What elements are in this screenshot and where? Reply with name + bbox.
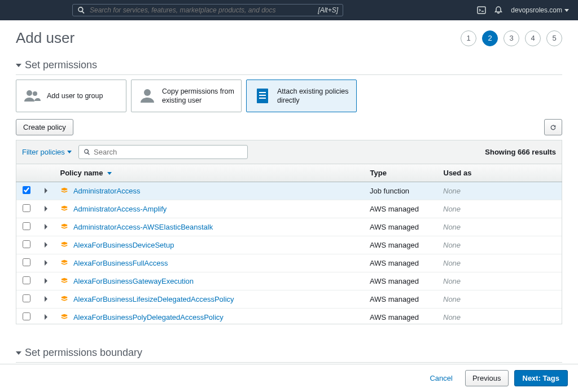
policy-name-link[interactable]: AdministratorAccess-Amplify bbox=[73, 205, 167, 213]
account-username: devopsroles.com bbox=[511, 6, 562, 14]
svg-point-2 bbox=[33, 91, 37, 96]
expand-row-icon[interactable] bbox=[45, 224, 47, 230]
policy-used-as: None bbox=[443, 241, 461, 249]
tile-attach-policies[interactable]: Attach existing policies directly bbox=[246, 80, 357, 112]
policy-type: AWS managed bbox=[364, 254, 437, 272]
policy-name-link[interactable]: AlexaForBusinessGatewayExecution bbox=[73, 277, 194, 285]
previous-button[interactable]: Previous bbox=[465, 370, 509, 386]
group-icon bbox=[23, 87, 41, 105]
policy-name-link[interactable]: AdministratorAccess bbox=[73, 187, 140, 195]
cloudshell-icon[interactable] bbox=[477, 6, 486, 15]
policy-checkbox[interactable] bbox=[23, 258, 30, 266]
policy-type: Job function bbox=[364, 182, 437, 200]
filter-policies-dropdown[interactable]: Filter policies bbox=[22, 148, 72, 156]
top-navbar: [Alt+S] devopsroles.com bbox=[0, 0, 578, 20]
global-search-input[interactable] bbox=[90, 6, 318, 14]
policy-checkbox[interactable] bbox=[23, 240, 30, 248]
step-4[interactable]: 4 bbox=[525, 30, 541, 46]
permissions-boundary-title: Set permissions boundary bbox=[25, 347, 142, 359]
search-icon bbox=[84, 148, 90, 156]
policy-checkbox[interactable] bbox=[23, 312, 30, 320]
global-search[interactable]: [Alt+S] bbox=[72, 4, 343, 16]
wizard-steps: 1 2 3 4 5 bbox=[461, 30, 562, 46]
wizard-footer: Cancel Previous Next: Tags bbox=[0, 364, 578, 392]
expand-row-icon[interactable] bbox=[45, 206, 47, 212]
policy-search[interactable] bbox=[78, 145, 248, 159]
svg-rect-0 bbox=[478, 7, 485, 14]
policy-used-as: None bbox=[443, 223, 461, 231]
refresh-button[interactable] bbox=[544, 119, 562, 135]
svg-rect-6 bbox=[259, 95, 266, 96]
policy-type: AWS managed bbox=[364, 218, 437, 236]
policy-icon bbox=[60, 295, 68, 303]
policy-checkbox[interactable] bbox=[23, 276, 30, 284]
step-5[interactable]: 5 bbox=[546, 30, 562, 46]
create-policy-button[interactable]: Create policy bbox=[16, 119, 73, 135]
step-1[interactable]: 1 bbox=[461, 30, 476, 46]
policy-name-link[interactable]: AlexaForBusinessPolyDelegatedAccessPolic… bbox=[73, 313, 224, 321]
policy-used-as: None bbox=[443, 295, 461, 303]
set-permissions-title: Set permissions bbox=[25, 59, 97, 71]
table-row: AlexaForBusinessLifesizeDelegatedAccessP… bbox=[16, 290, 562, 309]
expand-row-icon[interactable] bbox=[45, 188, 47, 193]
expand-row-icon[interactable] bbox=[45, 314, 47, 320]
policy-checkbox[interactable] bbox=[23, 294, 30, 302]
policy-type: AWS managed bbox=[364, 236, 437, 254]
policy-name-link[interactable]: AlexaForBusinessDeviceSetup bbox=[73, 241, 174, 249]
policy-icon bbox=[60, 241, 68, 249]
policy-checkbox[interactable] bbox=[23, 204, 30, 212]
document-icon bbox=[253, 87, 272, 105]
column-used-as[interactable]: Used as bbox=[438, 164, 562, 182]
search-shortcut-hint: [Alt+S] bbox=[318, 6, 338, 14]
expand-row-icon[interactable] bbox=[45, 296, 47, 302]
policy-type: AWS managed bbox=[364, 290, 437, 309]
svg-rect-5 bbox=[259, 92, 266, 93]
policy-icon bbox=[60, 277, 68, 285]
next-button[interactable]: Next: Tags bbox=[514, 370, 568, 386]
expand-row-icon[interactable] bbox=[45, 242, 47, 248]
policy-search-input[interactable] bbox=[94, 148, 243, 156]
expand-row-icon[interactable] bbox=[45, 278, 47, 284]
table-row: AdministratorAccess-Amplify AWS managed … bbox=[16, 200, 562, 218]
chevron-down-icon bbox=[67, 151, 72, 153]
cancel-button[interactable]: Cancel bbox=[423, 370, 459, 386]
chevron-down-icon bbox=[16, 351, 21, 355]
search-icon bbox=[77, 6, 85, 14]
chevron-down-icon bbox=[16, 64, 21, 67]
policy-name-link[interactable]: AlexaForBusinessLifesizeDelegatedAccessP… bbox=[73, 295, 234, 303]
policy-type: AWS managed bbox=[364, 200, 437, 218]
policy-used-as: None bbox=[443, 313, 461, 321]
table-row: AlexaForBusinessDeviceSetup AWS managed … bbox=[16, 236, 562, 254]
column-policy-name[interactable]: Policy name bbox=[55, 164, 365, 182]
tile-add-to-group[interactable]: Add user to group bbox=[16, 80, 126, 112]
policy-checkbox[interactable] bbox=[23, 222, 30, 230]
permissions-boundary-header[interactable]: Set permissions boundary bbox=[16, 347, 562, 363]
column-type[interactable]: Type bbox=[365, 164, 438, 182]
table-row: AdministratorAccess Job function None bbox=[16, 182, 562, 200]
policy-used-as: None bbox=[443, 205, 461, 213]
policy-used-as: None bbox=[443, 187, 461, 195]
policy-icon bbox=[60, 223, 68, 231]
policy-icon bbox=[60, 205, 68, 213]
policy-used-as: None bbox=[443, 277, 461, 285]
table-row: AlexaForBusinessFullAccess AWS managed N… bbox=[16, 254, 562, 272]
table-row: AlexaForBusinessPolyDelegatedAccessPolic… bbox=[16, 309, 562, 325]
policy-icon bbox=[60, 259, 68, 267]
notifications-icon[interactable] bbox=[494, 6, 503, 15]
policy-table-body-container[interactable]: AdministratorAccess Job function None Ad… bbox=[16, 182, 562, 324]
page-title: Add user bbox=[16, 29, 75, 47]
policy-name-link[interactable]: AlexaForBusinessFullAccess bbox=[73, 259, 168, 267]
refresh-icon bbox=[549, 124, 557, 131]
svg-point-3 bbox=[144, 89, 151, 96]
step-2[interactable]: 2 bbox=[482, 30, 498, 46]
step-3[interactable]: 3 bbox=[503, 30, 519, 46]
tile-copy-permissions[interactable]: Copy permissions from existing user bbox=[131, 80, 242, 112]
svg-point-1 bbox=[27, 90, 32, 96]
set-permissions-header[interactable]: Set permissions bbox=[16, 59, 562, 75]
results-count: Showing 666 results bbox=[485, 148, 556, 156]
expand-row-icon[interactable] bbox=[45, 260, 47, 266]
policy-checkbox[interactable] bbox=[23, 186, 30, 194]
policy-type: AWS managed bbox=[364, 272, 437, 290]
policy-name-link[interactable]: AdministratorAccess-AWSElasticBeanstalk bbox=[73, 223, 213, 231]
account-menu[interactable]: devopsroles.com bbox=[511, 6, 569, 14]
